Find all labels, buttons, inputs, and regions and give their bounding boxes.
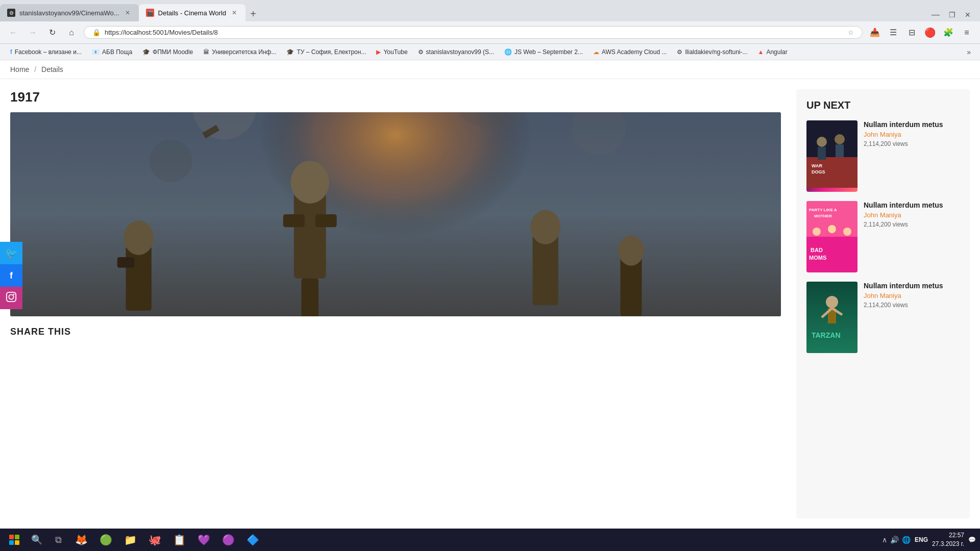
back-button[interactable]: ← xyxy=(6,26,20,40)
new-tab-button[interactable]: + xyxy=(246,6,261,21)
taskbar-app-extra1[interactable]: 🟣 xyxy=(217,530,239,550)
bookmark-uni[interactable]: 🏛 Университетска Инф... xyxy=(199,47,280,57)
twitter-share-button[interactable]: 🐦 xyxy=(0,242,22,264)
up-next-movie-title-1: Nullam interdum metus xyxy=(864,120,960,129)
search-icon: 🔍 xyxy=(31,534,42,545)
ng-softuni-icon: ⚙ xyxy=(677,48,682,56)
extensions-button[interactable]: 🧩 xyxy=(941,26,955,40)
svg-point-44 xyxy=(826,296,838,308)
taskbar-search-button[interactable]: 🔍 xyxy=(28,531,46,549)
tab-close-cinema[interactable]: ✕ xyxy=(230,9,238,17)
firefox-account[interactable]: 🔴 xyxy=(923,26,937,40)
up-next-panel: UP NEXT WAR DOGS xyxy=(796,89,970,518)
bookmarks-more-button[interactable]: » xyxy=(964,47,974,57)
pocket-button[interactable]: 📥 xyxy=(868,26,882,40)
video-player[interactable] xyxy=(10,112,781,316)
browser-window: ⚙ stanislavstoyanov99/CinemaWo... ✕ 🎬 De… xyxy=(0,0,980,551)
up-next-item-3[interactable]: TARZAN Nullam interdum metus John Maniya… xyxy=(806,282,960,353)
bookmark-github-stan[interactable]: ⚙ stanislavstoyanov99 (S... xyxy=(414,47,498,57)
speaker-icon[interactable]: 🔊 xyxy=(890,536,899,544)
taskbar-task-view[interactable]: ⧉ xyxy=(49,531,67,549)
tab-label-cinema: Details - Cinema World xyxy=(158,9,226,17)
url-bar[interactable]: 🔒 https://localhost:5001/Movies/Details/… xyxy=(84,26,863,39)
breadcrumb-current: Details xyxy=(41,65,63,73)
github-taskbar-icon: 🐙 xyxy=(149,534,161,546)
up-next-views-1: 2,114,200 views xyxy=(864,140,960,147)
taskbar-app-sticky[interactable]: 📋 xyxy=(168,530,190,550)
aws-icon: ☁ xyxy=(593,48,599,56)
up-next-info-2: Nullam interdum metus John Maniya 2,114,… xyxy=(864,201,960,272)
tab-favicon-cinema: 🎬 xyxy=(146,9,154,17)
vscode-icon: 💜 xyxy=(198,534,210,546)
js-web-icon: 🌐 xyxy=(504,48,512,56)
sidebar-toggle[interactable]: ☰ xyxy=(886,26,900,40)
taskbar-app-extra2[interactable]: 🔷 xyxy=(242,530,263,550)
taskbar-app-explorer[interactable]: 📁 xyxy=(119,530,141,550)
bookmark-js-web[interactable]: 🌐 JS Web – September 2... xyxy=(500,47,587,57)
left-column: 1917 xyxy=(10,89,781,518)
bookmark-ng-softuni[interactable]: ⚙ llialdakiev/ng-softuni-... xyxy=(673,47,751,57)
youtube-bookmark-icon: ▶ xyxy=(376,48,381,56)
bookmark-abv[interactable]: 📧 АБВ Поща xyxy=(88,47,136,57)
svg-text:MOTHER: MOTHER xyxy=(814,214,832,218)
notification-icon[interactable]: 💬 xyxy=(968,536,976,543)
system-tray: ∧ 🔊 🌐 xyxy=(882,536,911,544)
up-next-author-1: John Maniya xyxy=(864,131,960,138)
facebook-bookmark-label: Facebook – влизане и... xyxy=(15,48,82,56)
taskbar-app-chrome[interactable]: 🟢 xyxy=(95,530,116,550)
svg-point-41 xyxy=(843,228,851,236)
taskbar-app-firefox[interactable]: 🦊 xyxy=(70,530,92,550)
svg-text:WAR: WAR xyxy=(812,163,822,168)
up-next-item-2[interactable]: PARTY LIKE A MOTHER BAD MOMS xyxy=(806,201,960,272)
svg-point-39 xyxy=(813,228,821,236)
maximize-button[interactable]: ❐ xyxy=(946,9,959,21)
tab-close-github[interactable]: ✕ xyxy=(124,9,132,17)
address-bar: ← → ↻ ⌂ 🔒 https://localhost:5001/Movies/… xyxy=(0,21,980,44)
taskbar-app-github[interactable]: 🐙 xyxy=(144,530,165,550)
tab-sync-button[interactable]: ⊟ xyxy=(904,26,919,40)
taskbar-clock[interactable]: 22:57 27.3.2023 г. xyxy=(932,531,964,548)
tab-cinema-world[interactable]: 🎬 Details - Cinema World ✕ xyxy=(139,4,246,21)
instagram-share-button[interactable] xyxy=(0,287,22,309)
chevron-up-icon[interactable]: ∧ xyxy=(882,536,887,544)
bookmark-youtube[interactable]: ▶ YouTube xyxy=(372,47,411,57)
breadcrumb-home-link[interactable]: Home xyxy=(10,65,29,73)
bookmark-star-icon[interactable]: ☆ xyxy=(848,29,854,36)
up-next-info-1: Nullam interdum metus John Maniya 2,114,… xyxy=(864,120,960,192)
svg-text:BAD: BAD xyxy=(811,247,823,253)
up-next-item-1[interactable]: WAR DOGS Nullam interdum metus xyxy=(806,120,960,192)
up-next-thumb-1: WAR DOGS xyxy=(806,120,857,192)
bookmark-moodle[interactable]: 🎓 ФПМИ Moodle xyxy=(138,47,197,57)
facebook-share-button[interactable]: f xyxy=(0,264,22,287)
angular-icon: ▲ xyxy=(758,48,764,56)
close-button[interactable]: ✕ xyxy=(962,9,974,21)
extra-app-2-icon: 🔷 xyxy=(247,534,259,546)
network-icon[interactable]: 🌐 xyxy=(902,536,911,544)
tab-bar: ⚙ stanislavstoyanov99/CinemaWo... ✕ 🎬 De… xyxy=(0,0,980,21)
windows-taskbar: 🔍 ⧉ 🦊 🟢 📁 🐙 📋 💜 🟣 🔷 xyxy=(0,529,980,551)
forward-button[interactable]: → xyxy=(26,26,40,40)
war-dogs-thumbnail: WAR DOGS xyxy=(806,120,857,192)
menu-button[interactable]: ≡ xyxy=(960,26,974,40)
tarzan-poster-svg: TARZAN xyxy=(806,282,857,353)
tab-github[interactable]: ⚙ stanislavstoyanov99/CinemaWo... ✕ xyxy=(0,4,139,21)
github-stan-icon: ⚙ xyxy=(418,48,424,56)
language-indicator[interactable]: ENG xyxy=(915,536,928,543)
bookmark-aws[interactable]: ☁ AWS Academy Cloud ... xyxy=(589,47,671,57)
tab-label-github: stanislavstoyanov99/CinemaWo... xyxy=(19,9,119,17)
reload-button[interactable]: ↻ xyxy=(45,26,59,40)
bookmark-facebook[interactable]: f Facebook – влизане и... xyxy=(6,47,86,57)
twitter-icon: 🐦 xyxy=(5,247,18,259)
bookmark-angular[interactable]: ▲ Angular xyxy=(754,47,792,57)
taskbar-app-vscode[interactable]: 💜 xyxy=(193,530,214,550)
bookmark-tu[interactable]: 🎓 ТУ – София, Електрон... xyxy=(282,47,370,57)
page-content: 🐦 f Home / Details xyxy=(0,60,980,529)
minimize-button[interactable]: — xyxy=(928,8,943,21)
windows-start-button[interactable] xyxy=(4,530,24,550)
tab-favicon-github: ⚙ xyxy=(7,9,15,17)
up-next-title: UP NEXT xyxy=(806,99,960,111)
aws-label: AWS Academy Cloud ... xyxy=(602,48,667,56)
abv-bookmark-icon: 📧 xyxy=(92,48,100,56)
home-button[interactable]: ⌂ xyxy=(64,26,79,40)
bad-moms-thumbnail: PARTY LIKE A MOTHER BAD MOMS xyxy=(806,201,857,272)
